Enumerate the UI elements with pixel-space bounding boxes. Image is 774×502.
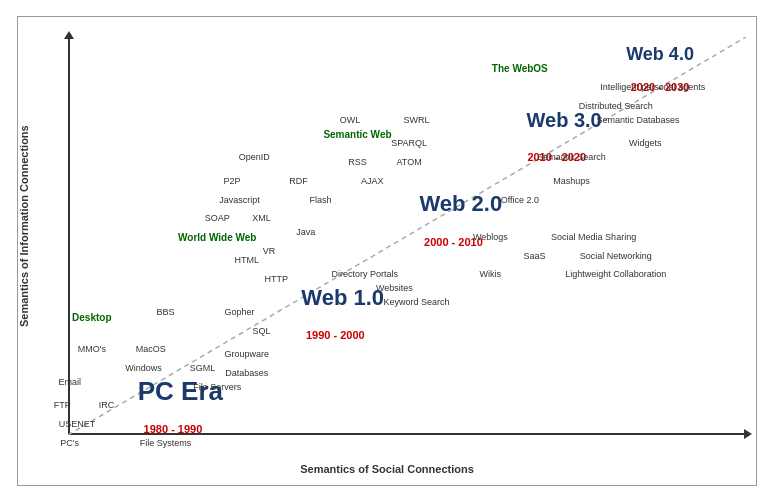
label-groupware: Groupware xyxy=(225,349,270,359)
label-social-media: Social Media Sharing xyxy=(551,232,636,242)
label-social-networking: Social Networking xyxy=(580,251,652,261)
label-flash: Flash xyxy=(310,195,332,205)
pc-era-date: 1980 - 1990 xyxy=(144,423,203,435)
chart-container: Semantics of Information Connections Sem… xyxy=(17,16,757,486)
web1-date: 1990 - 2000 xyxy=(306,329,365,341)
web2-title: Web 2.0 xyxy=(419,191,502,217)
web1-title: Web 1.0 xyxy=(301,285,384,311)
label-lightweight: Lightweight Collaboration xyxy=(565,269,666,279)
label-filesystems: File Systems xyxy=(140,438,192,448)
label-websites: Websites xyxy=(376,283,413,293)
label-java: Java xyxy=(296,227,315,237)
label-openid: OpenID xyxy=(239,152,270,162)
label-distributed-search: Distributed Search xyxy=(579,101,653,111)
label-mashups: Mashups xyxy=(553,176,590,186)
label-pcs: PC's xyxy=(60,438,79,448)
label-weblogs: Weblogs xyxy=(473,232,508,242)
label-html: HTML xyxy=(235,255,260,265)
label-sparql: SPARQL xyxy=(391,138,427,148)
label-ftp: FTP xyxy=(54,400,71,410)
y-axis xyxy=(68,37,70,435)
label-javascript: Javascript xyxy=(219,195,260,205)
label-http: HTTP xyxy=(265,274,289,284)
label-databases: Databases xyxy=(225,368,268,378)
label-mmos: MMO's xyxy=(78,344,106,354)
label-p2p: P2P xyxy=(224,176,241,186)
label-soap: SOAP xyxy=(205,213,230,223)
label-usenet: USENET xyxy=(59,419,96,429)
label-saas: SaaS xyxy=(524,251,546,261)
label-wikis: Wikis xyxy=(480,269,502,279)
label-owl: OWL xyxy=(340,115,361,125)
label-swrl: SWRL xyxy=(404,115,430,125)
label-keyword-search: Keyword Search xyxy=(383,297,449,307)
green-semantic: Semantic Web xyxy=(323,129,391,140)
label-widgets: Widgets xyxy=(629,138,662,148)
label-atom: ATOM xyxy=(397,157,422,167)
label-office2: Office 2.0 xyxy=(501,195,539,205)
label-sql: SQL xyxy=(253,326,271,336)
y-axis-label: Semantics of Information Connections xyxy=(18,127,58,327)
x-axis-label: Semantics of Social Connections xyxy=(300,463,474,475)
label-gopher: Gopher xyxy=(224,307,254,317)
label-vr: VR xyxy=(263,246,276,256)
green-www: World Wide Web xyxy=(178,231,256,242)
web4-title: Web 4.0 xyxy=(626,44,694,65)
green-webos: The WebOS xyxy=(492,63,548,74)
label-macos: MacOS xyxy=(136,344,166,354)
label-ajax: AJAX xyxy=(361,176,384,186)
label-fileservers: File Servers xyxy=(193,382,241,392)
label-sgml: SGML xyxy=(190,363,216,373)
label-windows: Windows xyxy=(125,363,162,373)
label-semantic-search: Semantic Search xyxy=(537,152,606,162)
label-intelligent-agents: Intelligent personal agents xyxy=(600,82,705,92)
label-rdf: RDF xyxy=(289,176,308,186)
label-rss: RSS xyxy=(348,157,367,167)
label-email: Email xyxy=(58,377,81,387)
label-semantic-db: Semantic Databases xyxy=(596,115,679,125)
label-directory-portals: Directory Portals xyxy=(332,269,399,279)
web3-title: Web 3.0 xyxy=(527,108,602,131)
label-bbs: BBS xyxy=(157,307,175,317)
label-irc: IRC xyxy=(99,400,115,410)
green-desktop: Desktop xyxy=(72,311,111,322)
label-xml: XML xyxy=(252,213,271,223)
